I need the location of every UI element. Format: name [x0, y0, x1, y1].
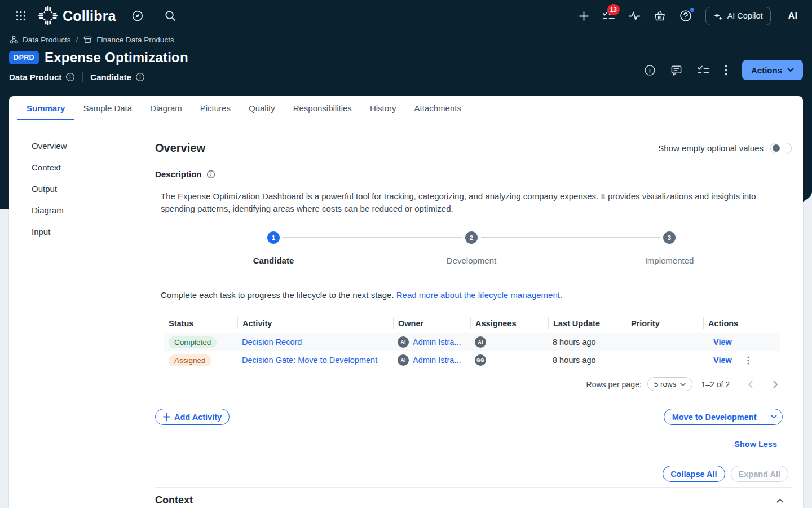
activity-link[interactable]: Decision Record [242, 338, 302, 347]
activity-link[interactable]: Decision Gate: Move to Development [242, 356, 377, 365]
asset-type-badge: DPRD [9, 51, 39, 64]
add-activity-button[interactable]: Add Activity [155, 409, 230, 425]
create-plus-icon[interactable] [579, 11, 589, 21]
sidebar-item-overview[interactable]: Overview [32, 142, 140, 151]
column-header-last-update: Last Update [548, 317, 626, 329]
column-header-status: Status [164, 317, 237, 329]
top-navigation-bar: Collibra 13 [0, 0, 812, 32]
info-icon[interactable] [206, 170, 215, 179]
help-icon[interactable] [679, 9, 692, 23]
row-kebab-icon[interactable] [747, 356, 749, 365]
priority-cell [626, 333, 703, 351]
table-row: Assigned Decision Gate: Move to Developm… [164, 351, 780, 369]
add-activity-label: Add Activity [174, 413, 222, 422]
more-options-kebab-icon[interactable] [725, 65, 727, 76]
view-link[interactable]: View [713, 356, 732, 365]
ai-copilot-label: AI Copilot [727, 11, 763, 20]
lifecycle-read-more-link[interactable]: Read more about the lifecycle management… [396, 290, 562, 300]
chevron-up-icon[interactable] [776, 498, 784, 503]
step-label-candidate: Candidate [253, 256, 294, 265]
breadcrumb-data-products[interactable]: Data Products [9, 35, 71, 45]
section-sidebar: Overview Context Output Diagram Input [9, 120, 140, 508]
user-avatar[interactable]: AI [788, 11, 798, 21]
asset-status-label: Candidate [90, 72, 131, 82]
column-header-activity: Activity [237, 317, 393, 329]
view-link[interactable]: View [713, 338, 732, 347]
toggle-label: Show empty optional values [658, 143, 764, 153]
move-to-development-label: Move to Development [664, 409, 765, 424]
asset-info-icon[interactable] [644, 64, 656, 76]
move-to-development-button[interactable]: Move to Development [664, 409, 783, 425]
collibra-logo-icon[interactable] [38, 6, 58, 25]
tab-summary[interactable]: Summary [17, 96, 74, 120]
brand-name[interactable]: Collibra [63, 8, 116, 24]
breadcrumb-finance-data-products[interactable]: Finance Data Products [83, 35, 174, 45]
info-icon[interactable] [135, 72, 145, 82]
tab-attachments[interactable]: Attachments [405, 96, 470, 120]
step-circle-candidate: 1 [267, 231, 280, 244]
sidebar-item-input[interactable]: Input [32, 227, 140, 237]
next-page-icon[interactable] [773, 380, 778, 388]
move-options-chevron-icon[interactable] [765, 409, 782, 424]
status-badge: Assigned [169, 354, 211, 366]
step-label-implemented: Implemented [645, 256, 694, 265]
page-header: Data Products / Finance Data Products DP… [9, 35, 803, 82]
rows-per-page-value: 5 rows [654, 380, 677, 388]
marketplace-basket-icon[interactable] [654, 10, 666, 22]
ai-copilot-button[interactable]: AI Copilot [705, 7, 771, 25]
explore-compass-icon[interactable] [131, 10, 144, 22]
expand-all-button[interactable]: Expand All [731, 466, 788, 482]
owner-avatar: AI [398, 354, 409, 366]
search-icon[interactable] [165, 10, 176, 21]
sidebar-item-diagram[interactable]: Diagram [32, 206, 140, 215]
column-header-priority: Priority [626, 317, 703, 329]
actions-button[interactable]: Actions [742, 60, 803, 80]
info-icon[interactable] [65, 72, 75, 82]
checklist-icon[interactable] [697, 64, 710, 76]
tab-diagram[interactable]: Diagram [141, 96, 191, 120]
pagination-range: 1–2 of 2 [701, 380, 730, 389]
assignee-avatar: AI [475, 336, 486, 348]
rows-per-page-label: Rows per page: [586, 380, 642, 389]
tab-responsibilities[interactable]: Responsibilities [284, 96, 361, 120]
table-pagination: Rows per page: 5 rows 1–2 of 2 [155, 377, 792, 391]
tab-pictures[interactable]: Pictures [191, 96, 240, 120]
actions-button-label: Actions [751, 65, 782, 75]
app-grid-icon[interactable] [16, 11, 26, 21]
column-header-actions: Actions [703, 317, 780, 329]
show-empty-values-toggle[interactable] [770, 143, 792, 154]
content-card: Summary Sample Data Diagram Pictures Qua… [9, 96, 803, 508]
comments-icon[interactable] [670, 64, 682, 76]
chevron-down-icon [680, 383, 686, 386]
column-header-owner: Owner [393, 317, 470, 329]
overview-section: Overview Show empty optional values Desc… [140, 120, 803, 508]
table-header-row: Status Activity Owner Assignees Last Upd… [164, 317, 780, 333]
tab-sample-data[interactable]: Sample Data [74, 96, 141, 120]
tab-quality[interactable]: Quality [240, 96, 284, 120]
page-title: Expense Optimization [45, 50, 188, 65]
breadcrumb: Data Products / Finance Data Products [9, 35, 803, 45]
domain-icon [83, 35, 92, 45]
previous-page-icon[interactable] [748, 380, 753, 388]
assignee-avatar: GG [475, 354, 486, 366]
sidebar-item-context[interactable]: Context [32, 163, 140, 172]
owner-link[interactable]: Admin Istra... [413, 356, 461, 365]
sidebar-item-output[interactable]: Output [32, 185, 140, 194]
step-label-development: Development [447, 256, 496, 265]
description-label: Description [155, 169, 202, 179]
tasks-icon[interactable]: 13 [602, 10, 615, 22]
breadcrumb-separator: / [76, 36, 78, 44]
activity-pulse-icon[interactable] [628, 10, 641, 22]
lifecycle-note: Complete each task to progress the lifec… [161, 290, 394, 300]
collapse-all-button[interactable]: Collapse All [663, 466, 725, 482]
rows-per-page-select[interactable]: 5 rows [647, 377, 693, 391]
breadcrumb-label: Finance Data Products [96, 36, 174, 44]
owner-link[interactable]: Admin Istra... [413, 338, 461, 347]
column-header-assignees: Assignees [470, 317, 548, 329]
toggle-knob [773, 144, 780, 152]
meta-divider [82, 72, 83, 82]
tab-history[interactable]: History [361, 96, 405, 120]
context-section-header: Context [155, 494, 792, 506]
overview-heading: Overview [155, 142, 205, 155]
show-less-link[interactable]: Show Less [734, 440, 777, 449]
